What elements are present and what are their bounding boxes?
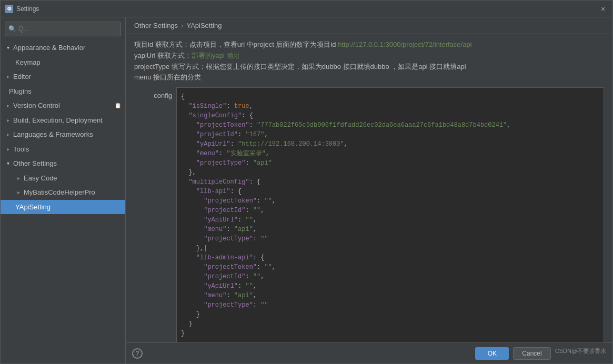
search-box[interactable]: 🔍 [5,22,121,36]
json-editor[interactable]: { "isSingle": true, "singleConfig": { "p… [176,87,604,342]
chevron-right-icon6: ▸ [15,175,22,181]
info-section: 项目id 获取方式：点击项目，查看url 中project 后面的数字为项目id… [134,39,604,83]
info-line-4: menu 接口所在的分类 [134,72,604,83]
chevron-right-icon: ▸ [5,74,11,80]
sidebar-item-version-control[interactable]: ▸ Version Control 📋 [1,98,125,113]
sidebar-item-keymap[interactable]: Keymap [1,55,125,70]
chevron-right-icon2: ▸ [5,103,11,109]
sidebar-item-plugins[interactable]: Plugins [1,84,125,99]
title-bar: ⚙ Settings × [1,1,612,17]
chevron-down-icon2: ▾ [5,160,11,167]
sidebar-item-yapisetting[interactable]: YApiSetting [1,200,125,215]
close-button[interactable]: × [598,4,608,14]
sidebar: 🔍 ▾ Appearance & Behavior Keymap ▸ Edito… [1,17,126,363]
chevron-down-icon: ▾ [5,45,11,51]
chevron-right-icon3: ▸ [5,117,11,123]
bottom-bar: ? OK Cancel CSDN@不要喷香水 [126,342,612,363]
chevron-right-icon5: ▸ [5,146,11,152]
window-title: Settings [16,5,598,13]
content-area: 项目id 获取方式：点击项目，查看url 中project 后面的数字为项目id… [126,34,612,342]
settings-dialog: ⚙ Settings × 🔍 ▾ Appearance & Behavior K… [0,0,613,364]
info-line2-pre: yapiUrl 获取方式： [134,52,192,59]
breadcrumb: Other Settings › YApiSetting [126,17,612,34]
sidebar-item-easy-code[interactable]: ▸ Easy Code [1,171,125,186]
sidebar-item-appearance[interactable]: ▾ Appearance & Behavior [1,41,125,55]
breadcrumb-separator: › [181,22,183,29]
info-line2-value: 部署的yapi 地址 [192,52,240,59]
info-line-2: yapiUrl 获取方式：部署的yapi 地址 [134,50,604,62]
sidebar-item-build[interactable]: ▸ Build, Execution, Deployment [1,113,125,128]
chevron-right-icon4: ▸ [5,132,11,138]
json-editor-container: { "isSingle": true, "singleConfig": { "p… [176,87,604,342]
breadcrumb-parent: Other Settings [134,22,178,29]
info-line-1: 项目id 获取方式：点击项目，查看url 中project 后面的数字为项目id… [134,39,604,50]
config-label: config [134,87,176,342]
app-icon: ⚙ [5,5,13,13]
breadcrumb-current: YApiSetting [186,22,222,29]
search-icon: 🔍 [8,25,16,33]
button-group: OK Cancel CSDN@不要喷香水 [475,347,606,360]
info-line1-link: http://127.0.0.1:3000/project/72/interfa… [338,41,471,48]
sidebar-item-mybatis[interactable]: ▸ MyBatisCodeHelperPro [1,185,125,200]
sidebar-item-editor[interactable]: ▸ Editor [1,69,125,84]
cancel-button[interactable]: Cancel [513,347,550,360]
sidebar-item-other-settings[interactable]: ▾ Other Settings [1,156,125,171]
vcs-badge: 📋 [115,102,121,109]
sidebar-item-tools[interactable]: ▸ Tools [1,142,125,157]
help-button[interactable]: ? [132,348,143,359]
info-line1-pre: 项目id 获取方式：点击项目，查看url 中project 后面的数字为项目id [134,41,338,48]
sidebar-item-languages[interactable]: ▸ Languages & Frameworks [1,127,125,142]
search-input[interactable] [18,25,117,33]
main-content: Other Settings › YApiSetting 项目id 获取方式：点… [126,17,612,363]
chevron-right-icon7: ▸ [15,189,22,196]
watermark: CSDN@不要喷香水 [555,347,606,360]
ok-button[interactable]: OK [475,347,509,360]
dialog-body: 🔍 ▾ Appearance & Behavior Keymap ▸ Edito… [1,17,612,363]
info-line-3: projectType 填写方式：根据您要上传的接口类型决定，如果为dubbo … [134,62,604,73]
config-section: config { "isSingle": true, "singleConfig… [134,87,604,342]
